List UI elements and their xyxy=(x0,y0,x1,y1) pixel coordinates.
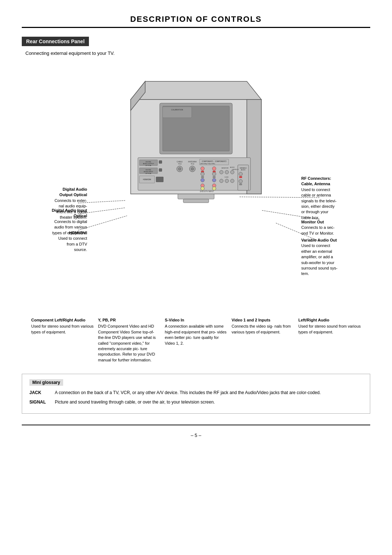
bottom-label-component-audio: Component Left/Right Audio Used for ster… xyxy=(29,317,96,363)
svg-text:MONITOR: MONITOR xyxy=(222,167,229,169)
svg-text:DVD·DTV INPUT: DVD·DTV INPUT xyxy=(200,190,214,193)
svg-text:CALIBRATION: CALIBRATION xyxy=(171,109,183,111)
bottom-label-video-inputs: Video 1 and 2 Inputs Connects the video … xyxy=(229,317,296,363)
svg-point-39 xyxy=(212,172,216,176)
bottom-label-ypbpr: Y, PB, PR DVD Component Video and HD Com… xyxy=(96,317,163,363)
svg-rect-66 xyxy=(178,194,214,199)
svg-text:75 Ω: 75 Ω xyxy=(191,163,194,165)
svg-text:ANTENNA: ANTENNA xyxy=(188,161,197,163)
glossary-item-signal: SIGNAL Picture and sound traveling throu… xyxy=(29,399,363,405)
diagram-area: CALIBRATION CABLE 75 Ω ANTENNA 75 Ω DIGI… xyxy=(22,63,370,310)
svg-point-46 xyxy=(201,187,204,190)
svg-text:AUDIO: AUDIO xyxy=(241,169,246,171)
label-monitor-out: Monitor Out Connects to a sec-ond TV or … xyxy=(301,219,367,236)
svg-text:75 Ω: 75 Ω xyxy=(178,163,181,165)
svg-point-61 xyxy=(239,179,242,183)
svg-point-59 xyxy=(239,172,242,176)
svg-rect-60 xyxy=(239,176,242,178)
svg-text:(480i/480p/720p/1080i): (480i/480p/720p/1080i) xyxy=(200,163,215,165)
svg-text:HDMI/DM: HDMI/DM xyxy=(143,178,151,181)
bottom-label-svideo: S-Video In A connection available with s… xyxy=(163,317,229,363)
section-header: Rear Connections Panel xyxy=(22,37,89,46)
label-hdmi-dvi: HDMI/DVI Used to connectfrom a DTVsource… xyxy=(29,230,87,253)
svg-point-53 xyxy=(220,179,223,183)
svg-point-35 xyxy=(212,167,216,170)
svg-rect-62 xyxy=(239,183,242,185)
svg-rect-29 xyxy=(156,177,163,182)
svg-point-55 xyxy=(230,179,234,183)
svg-point-34 xyxy=(201,167,204,170)
label-rf-connectors: RF Connectors:Cable, Antenna Used to con… xyxy=(301,176,367,220)
svg-point-38 xyxy=(201,172,204,176)
svg-text:OPTICAL: OPTICAL xyxy=(145,173,152,174)
svg-point-16 xyxy=(191,167,194,170)
svg-text:CABLE: CABLE xyxy=(177,161,183,163)
page-number: – 5 – xyxy=(22,433,370,438)
svg-point-42 xyxy=(201,178,204,182)
svg-rect-21 xyxy=(159,161,162,163)
page-title: DESCRIPTION OF CONTROLS xyxy=(22,15,370,24)
svg-point-43 xyxy=(212,178,216,182)
glossary-box: Mini glossary JACK A connection on the b… xyxy=(22,374,370,414)
bottom-divider xyxy=(22,425,370,425)
svg-text:COMPONENT2: COMPONENT2 xyxy=(215,161,226,162)
svg-text:S-VID: S-VID xyxy=(225,176,229,178)
tv-diagram: CALIBRATION CABLE 75 Ω ANTENNA 75 Ω DIGI… xyxy=(109,74,283,227)
svg-point-54 xyxy=(225,179,229,183)
svg-rect-40 xyxy=(201,176,204,178)
svg-point-14 xyxy=(178,167,181,170)
bottom-label-lr-audio: Left/Right Audio Used for stereo sound f… xyxy=(296,317,363,363)
label-variable-audio: Variable Audio Out Used to connecteither… xyxy=(301,238,367,277)
svg-marker-0 xyxy=(131,81,261,100)
svg-point-49 xyxy=(220,170,223,174)
svg-text:L(MONO) R: L(MONO) R xyxy=(232,169,239,170)
svg-text:AUDIO: AUDIO xyxy=(230,166,235,168)
svg-point-51 xyxy=(230,170,234,174)
svg-rect-26 xyxy=(159,169,162,171)
svg-text:COMPONENT1: COMPONENT1 xyxy=(202,161,213,162)
glossary-header: Mini glossary xyxy=(29,379,63,386)
title-divider xyxy=(22,27,370,28)
glossary-item-jack: JACK A connection on the back of a TV, V… xyxy=(29,389,363,396)
svg-rect-67 xyxy=(183,199,209,203)
svg-text:OPTICAL: OPTICAL xyxy=(145,165,152,166)
bottom-labels-row: Component Left/Right Audio Used for ster… xyxy=(22,317,370,363)
svg-rect-41 xyxy=(213,176,216,178)
intro-text: Connecting external equipment to your TV… xyxy=(25,50,370,56)
svg-point-50 xyxy=(225,170,229,174)
svg-point-47 xyxy=(212,187,216,190)
